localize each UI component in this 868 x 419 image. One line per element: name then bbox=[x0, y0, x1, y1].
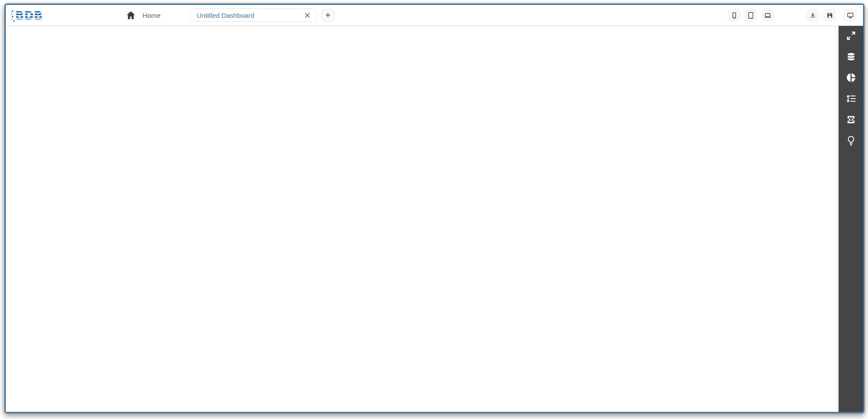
tablet-preview-button[interactable] bbox=[744, 9, 757, 21]
app-window: BDB BDB Home Untitled Dashboard bbox=[4, 4, 864, 413]
save-button[interactable] bbox=[823, 9, 836, 21]
export-button[interactable] bbox=[806, 9, 819, 21]
toolbar-item-expand[interactable] bbox=[843, 29, 859, 42]
close-tab-button[interactable] bbox=[303, 11, 312, 20]
laptop-preview-button[interactable] bbox=[761, 9, 774, 21]
pie-chart-icon bbox=[845, 72, 857, 83]
monitor-icon bbox=[847, 12, 854, 19]
toolbar-item-script[interactable] bbox=[843, 113, 859, 126]
add-tab-button[interactable]: + bbox=[321, 9, 334, 22]
dashboard-canvas bbox=[6, 26, 835, 412]
bdb-logo-icon: BDB BDB bbox=[10, 7, 50, 23]
save-icon bbox=[826, 12, 834, 19]
home-label: Home bbox=[142, 12, 161, 19]
toolbar-item-component-list[interactable] bbox=[843, 92, 859, 105]
bdb-logo[interactable]: BDB BDB bbox=[10, 7, 50, 23]
database-icon bbox=[845, 51, 857, 62]
home-icon bbox=[125, 10, 136, 21]
home-nav[interactable]: Home bbox=[125, 10, 161, 21]
download-icon bbox=[809, 12, 817, 19]
workspace bbox=[6, 26, 863, 412]
mobile-icon bbox=[730, 12, 738, 19]
tablet-icon bbox=[747, 12, 755, 19]
toolbar-item-insights[interactable] bbox=[843, 134, 859, 147]
right-toolbar bbox=[839, 26, 863, 412]
preview-desktop-button[interactable] bbox=[844, 9, 856, 21]
dashboard-tab[interactable]: Untitled Dashboard bbox=[189, 8, 318, 22]
expand-icon bbox=[845, 30, 857, 41]
close-icon bbox=[304, 12, 311, 19]
mobile-preview-button[interactable] bbox=[728, 9, 740, 21]
laptop-icon bbox=[764, 12, 772, 19]
lightbulb-icon bbox=[845, 135, 857, 146]
line-spacing-icon bbox=[845, 93, 857, 104]
toolbar-item-charts[interactable] bbox=[843, 71, 859, 84]
dashboard-tab-title: Untitled Dashboard bbox=[197, 12, 303, 19]
code-icon bbox=[845, 114, 857, 125]
top-bar: BDB BDB Home Untitled Dashboard bbox=[6, 5, 863, 26]
toolbar-item-data-sources[interactable] bbox=[843, 50, 859, 63]
scrollbar-track bbox=[835, 26, 839, 412]
